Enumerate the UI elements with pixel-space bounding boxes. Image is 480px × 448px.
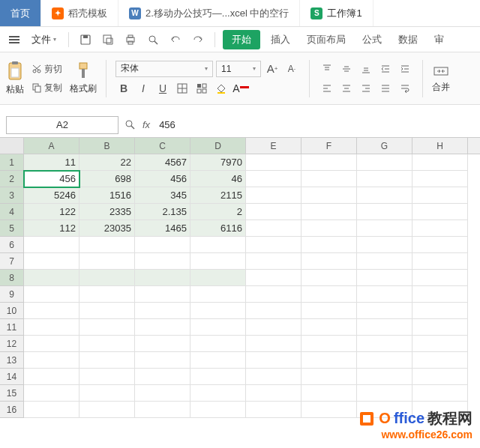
cell[interactable] [302,187,357,204]
col-header-H[interactable]: H [412,138,468,154]
cell[interactable] [412,352,468,369]
cell[interactable] [80,402,135,418]
print-preview-icon[interactable] [144,31,162,49]
cell[interactable] [24,253,80,270]
cell[interactable] [246,220,302,237]
col-header-A[interactable]: A [24,138,80,154]
increase-indent-button[interactable] [397,61,413,77]
cell[interactable] [190,352,246,369]
cell[interactable]: 5246 [24,187,80,204]
cell[interactable] [135,385,190,402]
cell[interactable]: 4567 [135,154,190,171]
cell[interactable] [302,286,357,303]
cell[interactable] [412,270,468,286]
cell[interactable]: 46 [190,171,246,187]
cell-style-button[interactable] [194,80,210,97]
row-header[interactable]: 12 [0,336,24,352]
cell[interactable] [80,253,135,270]
row-header[interactable]: 4 [0,204,24,220]
save-as-icon[interactable] [99,31,117,49]
cell[interactable]: 22 [80,154,135,171]
cell[interactable]: 345 [135,187,190,204]
search-icon[interactable] [124,119,136,131]
insert-tab[interactable]: 插入 [265,30,296,49]
cell[interactable]: 112 [24,220,80,237]
cell[interactable] [80,319,135,336]
cell[interactable] [80,303,135,319]
tab-home[interactable]: 首页 [0,0,41,26]
cell[interactable]: 2115 [190,187,246,204]
cell[interactable] [302,352,357,369]
cell[interactable] [135,319,190,336]
cell[interactable] [412,204,468,220]
cell[interactable] [302,402,357,418]
row-header[interactable]: 16 [0,402,24,418]
font-color-button[interactable]: A [232,80,249,97]
merge-cells-button[interactable]: 合并 [432,63,450,94]
cell[interactable] [135,303,190,319]
cell[interactable] [302,171,357,187]
cell[interactable] [246,402,302,418]
cell[interactable] [357,154,412,171]
align-right-button[interactable] [358,80,374,97]
col-header-C[interactable]: C [135,138,190,154]
cell[interactable] [24,369,80,385]
cell[interactable] [302,319,357,336]
increase-font-button[interactable]: A+ [264,61,280,77]
cell[interactable] [246,270,302,286]
paste-button[interactable]: 粘贴 [6,61,24,96]
align-bottom-button[interactable] [358,61,374,77]
cell[interactable] [80,286,135,303]
cell[interactable] [357,319,412,336]
cell[interactable] [412,154,468,171]
col-header-G[interactable]: G [357,138,412,154]
cell[interactable] [190,270,246,286]
cell[interactable] [190,237,246,253]
cell[interactable] [357,286,412,303]
align-left-button[interactable] [319,80,335,97]
cell[interactable] [302,253,357,270]
justify-button[interactable] [377,80,394,97]
font-size-select[interactable]: 11 ▾ [216,61,261,77]
tab-docer[interactable]: ✦ 稻壳模板 [41,0,118,26]
cell[interactable]: 11 [24,154,80,171]
cell[interactable]: 23035 [80,220,135,237]
fill-color-button[interactable] [213,80,230,97]
cell[interactable]: 1465 [135,220,190,237]
row-header[interactable]: 6 [0,237,24,253]
cell[interactable]: 2 [190,204,246,220]
cell[interactable] [80,369,135,385]
col-header-B[interactable]: B [80,138,135,154]
cell[interactable] [135,270,190,286]
cell[interactable]: 456 [135,171,190,187]
cell[interactable]: 698 [80,171,135,187]
border-button[interactable] [174,80,190,97]
cell[interactable] [357,171,412,187]
cell[interactable] [246,385,302,402]
copy-button[interactable]: 复制 [30,80,64,96]
cell[interactable] [24,286,80,303]
cell[interactable]: 1516 [80,187,135,204]
start-tab[interactable]: 开始 [223,30,260,49]
cell[interactable]: 7970 [190,154,246,171]
col-header-E[interactable]: E [246,138,302,154]
cell[interactable] [412,385,468,402]
cell[interactable] [357,220,412,237]
cell[interactable] [357,270,412,286]
cell[interactable] [246,303,302,319]
cell[interactable] [80,237,135,253]
cell[interactable] [80,352,135,369]
cell[interactable] [190,303,246,319]
cell[interactable] [246,369,302,385]
cell[interactable] [357,253,412,270]
cell[interactable]: 2335 [80,204,135,220]
cell[interactable] [412,336,468,352]
row-header[interactable]: 13 [0,352,24,369]
cell[interactable]: 2.135 [135,204,190,220]
cell[interactable] [135,402,190,418]
cell[interactable] [412,237,468,253]
row-header[interactable]: 14 [0,369,24,385]
print-icon[interactable] [122,31,140,49]
row-header[interactable]: 2 [0,171,24,187]
decrease-font-button[interactable]: A- [284,61,300,77]
